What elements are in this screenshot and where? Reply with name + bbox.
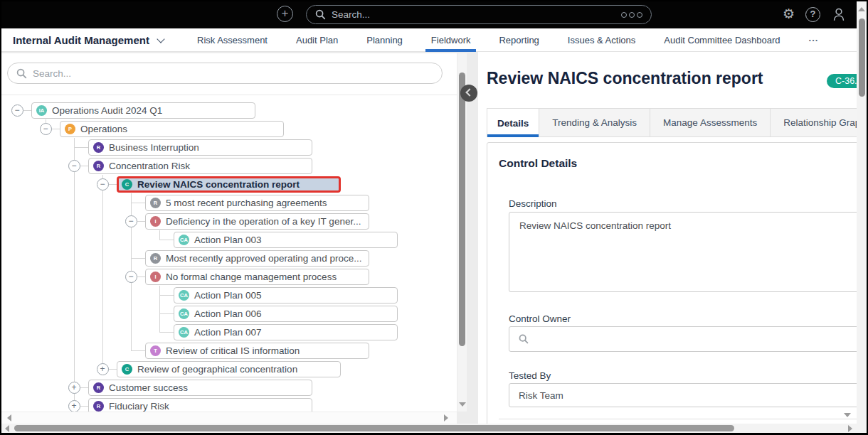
tree-node-label: Customer success [109, 382, 188, 393]
tree-node-box[interactable]: RConcentration Risk [88, 158, 312, 174]
add-icon[interactable]: + [277, 6, 293, 22]
tree-node-box[interactable]: POperations [60, 121, 284, 137]
tree-horizontal-scrollbar[interactable] [1, 412, 457, 424]
global-search-input[interactable]: Search... [306, 5, 652, 24]
user-icon[interactable] [831, 6, 847, 22]
tree-node-box[interactable]: R5 most recent purchasing agreements [145, 195, 369, 211]
tree-search-input[interactable]: Search... [7, 63, 443, 84]
tree-children: −POperationsRBusiness Interruption−RConc… [46, 119, 398, 412]
nav-item-risk-assessment[interactable]: Risk Assessment [197, 28, 268, 52]
settings-gear-icon[interactable]: ⚙ [783, 6, 795, 22]
tree-row: −CReview NAICS concentration report [117, 175, 398, 193]
nav-item-reporting[interactable]: Reporting [499, 28, 539, 52]
tree-row: CAAction Plan 005 [174, 286, 398, 304]
test-badge-icon: T [150, 345, 161, 356]
tree-row: −IAOperations Audit 2024 Q1 [31, 101, 398, 119]
scroll-right-arrow-icon[interactable] [444, 414, 448, 421]
tree-row: −IDeficiency in the operation of a key I… [145, 212, 398, 230]
tree-node-box[interactable]: IAOperations Audit 2024 Q1 [31, 102, 255, 119]
nav-item-planning[interactable]: Planning [366, 28, 403, 52]
expand-node-icon[interactable]: + [68, 382, 80, 394]
search-options-icon[interactable] [621, 12, 642, 18]
expand-node-icon[interactable]: + [97, 363, 109, 375]
tree-node-label: Action Plan 003 [194, 235, 262, 245]
tree-node-box[interactable]: IDeficiency in the operation of a key IT… [145, 213, 369, 230]
issue-badge-icon: I [150, 216, 161, 227]
issue-badge-icon: I [150, 272, 161, 282]
scrollbar-thumb[interactable] [14, 425, 734, 431]
tree-node: −IDeficiency in the operation of a key I… [145, 212, 398, 249]
collapse-node-icon[interactable]: − [11, 104, 23, 117]
audit-tree: −IAOperations Audit 2024 Q1−POperationsR… [1, 101, 398, 412]
risk-badge-icon: R [93, 142, 104, 153]
tree-node-box[interactable]: CAAction Plan 006 [174, 306, 398, 322]
tree-node-box[interactable]: RMost recently approved operating and pr… [145, 250, 369, 267]
tree-node-box[interactable]: CAAction Plan 005 [174, 287, 398, 304]
tree-node-box[interactable]: INo formal change management process [145, 269, 369, 285]
tree-vertical-scrollbar[interactable] [457, 53, 467, 412]
tree-node-label: Deficiency in the operation of a key IT … [166, 216, 361, 227]
nav-item-fieldwork[interactable]: Fieldwork [431, 28, 471, 52]
risk-badge-icon: R [93, 382, 104, 393]
tree-row: CAAction Plan 003 [174, 230, 398, 249]
collapse-node-icon[interactable]: − [125, 215, 137, 227]
collapse-node-icon[interactable]: − [125, 271, 137, 283]
page-horizontal-scrollbar[interactable] [1, 424, 857, 433]
nav-item-audit-plan[interactable]: Audit Plan [296, 28, 338, 52]
scrollbar-thumb[interactable] [859, 18, 865, 97]
control-details-card: Control Details Description Review NAICS… [487, 142, 857, 424]
scroll-left-arrow-icon[interactable] [7, 414, 11, 421]
collapse-node-icon[interactable]: − [40, 123, 52, 135]
request-badge-icon: R [150, 253, 161, 264]
scrollbar-thumb[interactable] [459, 72, 465, 346]
tree-node-box[interactable]: CAAction Plan 003 [174, 232, 398, 248]
tree-row: CAAction Plan 007 [174, 323, 398, 341]
tree-node-label: Fiduciary Risk [109, 401, 169, 412]
tree-node-label: No formal change management process [166, 272, 337, 282]
tree-node-label: Most recently approved operating and pro… [166, 253, 361, 264]
tree-node-box[interactable]: CAAction Plan 007 [174, 324, 398, 340]
tab-relationship-graph[interactable]: Relationship Graph [771, 108, 857, 137]
tab-details[interactable]: Details [487, 108, 539, 137]
tab-manage-assessments[interactable]: Manage Assessments [650, 108, 771, 137]
nav-item-audit-committee-dashboard[interactable]: Audit Committee Dashboard [664, 28, 780, 52]
page-vertical-scrollbar[interactable] [857, 1, 867, 433]
scroll-up-arrow-icon[interactable] [858, 7, 865, 11]
tree-node-box-selected[interactable]: CReview NAICS concentration report [117, 176, 341, 193]
corrective-action-badge-icon: CA [179, 290, 189, 301]
tree-node-box[interactable]: RCustomer success [88, 380, 312, 396]
corrective-action-badge-icon: CA [179, 235, 189, 245]
tree-node: CAAction Plan 006 [174, 304, 398, 323]
tree-node-box[interactable]: TReview of critical IS information [145, 343, 369, 359]
tree-children: RBusiness Interruption−RConcentration Ri… [74, 138, 398, 412]
tree-node: +RCustomer success [88, 378, 398, 397]
tab-trending-analysis[interactable]: Trending & Analysis [539, 108, 650, 137]
tree-node: CAAction Plan 003 [174, 230, 398, 249]
collapse-panel-button[interactable] [460, 85, 477, 102]
scroll-right-arrow-icon[interactable] [848, 425, 852, 432]
nav-more-button[interactable]: ... [809, 26, 819, 50]
collapse-node-icon[interactable]: − [97, 178, 109, 190]
topbar: + Search... ⚙ ? [0, 0, 868, 28]
collapse-node-icon[interactable]: − [68, 160, 80, 172]
tree-node-box[interactable]: CReview of geographical concentration [117, 361, 341, 377]
global-search-placeholder: Search... [332, 9, 621, 20]
expand-node-icon[interactable]: + [68, 400, 80, 412]
scroll-down-arrow-icon[interactable] [459, 402, 466, 407]
tree-node-box[interactable]: RFiduciary Risk [88, 398, 312, 412]
control-owner-input[interactable] [509, 326, 857, 352]
chevron-left-icon [465, 88, 473, 96]
description-textarea[interactable]: Review NAICS concentration report [509, 212, 857, 292]
help-icon[interactable]: ? [805, 7, 820, 22]
tested-by-input[interactable]: Risk Team [509, 383, 857, 407]
nav-tabs: Risk AssessmentAudit PlanPlanningFieldwo… [197, 28, 818, 52]
scroll-left-arrow-icon[interactable] [5, 425, 9, 432]
nav-item-issues-actions[interactable]: Issues & Actions [568, 28, 635, 52]
tree-node-box[interactable]: RBusiness Interruption [88, 139, 312, 156]
chevron-down-icon [157, 35, 164, 43]
app-switcher[interactable]: Internal Audit Management [13, 28, 164, 52]
scroll-down-arrow-icon[interactable] [844, 413, 851, 417]
tree-node: −RConcentration Risk−CReview NAICS conce… [88, 156, 398, 378]
tree-panel: Search... −IAOperations Audit 2024 Q1−PO… [1, 53, 457, 412]
tree-search-placeholder: Search... [33, 68, 71, 79]
